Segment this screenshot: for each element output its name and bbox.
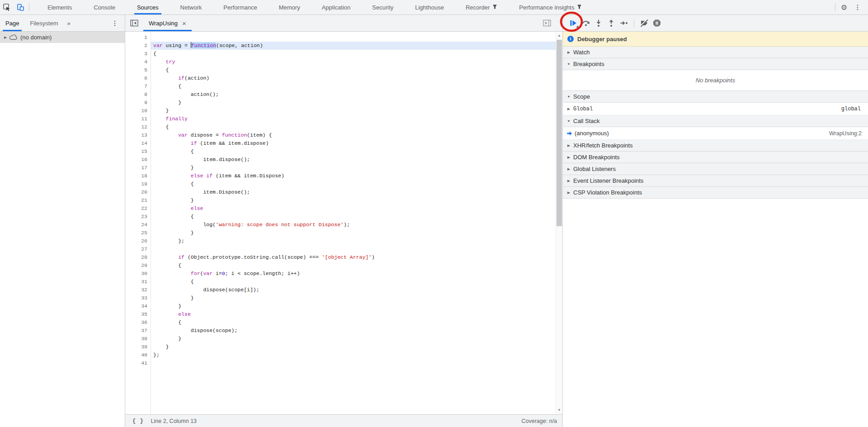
code-line-22[interactable]: else: [151, 204, 556, 213]
settings-gear-icon[interactable]: ⚙: [837, 0, 851, 14]
line-number[interactable]: 1: [125, 33, 151, 42]
code-line-36[interactable]: {: [151, 318, 556, 327]
scope-entry-global[interactable]: ▶Globalglobal: [563, 103, 868, 115]
line-number-gutter[interactable]: 1234567891011121314151617181920212223242…: [125, 32, 151, 414]
line-number[interactable]: 38: [125, 335, 151, 343]
code-line-15[interactable]: {: [151, 147, 556, 156]
chevron-down-icon[interactable]: ▼: [565, 95, 572, 98]
code-line-31[interactable]: {: [151, 278, 556, 286]
navigator-overflow-chevron[interactable]: »: [64, 20, 74, 27]
code-content[interactable]: var using = function(scope, action){ try…: [151, 32, 556, 414]
chevron-right-icon[interactable]: ▶: [565, 167, 572, 171]
inspect-element-icon[interactable]: [0, 0, 14, 14]
line-number[interactable]: 3: [125, 50, 151, 58]
line-number[interactable]: 22: [125, 204, 151, 213]
code-line-1[interactable]: [151, 33, 556, 42]
section-dom-breakpoints[interactable]: ▶DOM Breakpoints: [563, 152, 868, 163]
tab-network[interactable]: Network: [170, 0, 213, 14]
line-number[interactable]: 2: [125, 42, 151, 50]
more-options-icon[interactable]: ⋮: [851, 0, 864, 14]
code-line-8[interactable]: action();: [151, 90, 556, 99]
code-line-2[interactable]: var using = function(scope, action): [151, 42, 556, 50]
code-line-3[interactable]: {: [151, 50, 556, 58]
deactivate-breakpoints-icon[interactable]: [638, 17, 651, 29]
chevron-right-icon[interactable]: ▶: [2, 35, 9, 39]
line-number[interactable]: 18: [125, 172, 151, 180]
line-number[interactable]: 9: [125, 99, 151, 107]
code-line-25[interactable]: }: [151, 229, 556, 237]
line-number[interactable]: 37: [125, 327, 151, 335]
close-icon[interactable]: ×: [182, 20, 186, 27]
section-breakpoints[interactable]: ▼Breakpoints: [563, 58, 868, 70]
code-line-7[interactable]: {: [151, 82, 556, 90]
tab-security[interactable]: Security: [361, 0, 404, 14]
code-line-11[interactable]: finally: [151, 115, 556, 123]
code-line-12[interactable]: {: [151, 123, 556, 131]
code-line-6[interactable]: if(action): [151, 74, 556, 82]
step-into-icon[interactable]: [592, 17, 605, 29]
chevron-right-icon[interactable]: ▶: [565, 107, 572, 110]
tab-sources[interactable]: Sources: [126, 0, 170, 14]
code-line-26[interactable]: };: [151, 237, 556, 245]
line-number[interactable]: 14: [125, 139, 151, 147]
device-toolbar-icon[interactable]: [14, 0, 27, 14]
section-watch[interactable]: ▶Watch: [563, 47, 868, 58]
scroll-down-icon[interactable]: ▼: [556, 406, 562, 413]
call-stack-frame[interactable]: (anonymous)WrapUsing:2: [563, 127, 868, 140]
line-number[interactable]: 25: [125, 229, 151, 237]
step-icon[interactable]: [618, 17, 630, 29]
code-line-28[interactable]: if (Object.prototype.toString.call(scope…: [151, 253, 556, 261]
chevron-down-icon[interactable]: ▼: [565, 62, 572, 66]
tab-memory[interactable]: Memory: [268, 0, 311, 14]
line-number[interactable]: 32: [125, 286, 151, 294]
source-editor[interactable]: 1234567891011121314151617181920212223242…: [125, 32, 562, 414]
code-line-27[interactable]: [151, 245, 556, 253]
line-number[interactable]: 5: [125, 66, 151, 74]
line-number[interactable]: 6: [125, 74, 151, 82]
line-number[interactable]: 24: [125, 221, 151, 229]
section-scope[interactable]: ▼Scope: [563, 91, 868, 103]
line-number[interactable]: 41: [125, 359, 151, 367]
chevron-right-icon[interactable]: ▶: [565, 190, 572, 194]
navigator-tab-page[interactable]: Page: [0, 15, 24, 31]
source-tab-wrapusing[interactable]: WrapUsing×: [143, 15, 192, 31]
section-xhr-fetch-breakpoints[interactable]: ▶XHR/fetch Breakpoints: [563, 140, 868, 152]
editor-scrollbar[interactable]: ▲ ▼: [556, 32, 562, 414]
line-number[interactable]: 17: [125, 164, 151, 172]
navigator-more-icon[interactable]: ⋮: [105, 19, 125, 27]
line-number[interactable]: 4: [125, 58, 151, 66]
line-number[interactable]: 20: [125, 188, 151, 196]
line-number[interactable]: 35: [125, 310, 151, 318]
code-line-30[interactable]: for(var i=0; i < scope.length; i++): [151, 270, 556, 278]
code-line-39[interactable]: }: [151, 343, 556, 351]
tab-recorder[interactable]: Recorder: [455, 0, 508, 14]
line-number[interactable]: 19: [125, 180, 151, 188]
section-csp-violation-breakpoints[interactable]: ▶CSP Violation Breakpoints: [563, 187, 868, 199]
scrollbar-thumb[interactable]: [557, 40, 562, 226]
chevron-down-icon[interactable]: ▼: [565, 119, 572, 123]
line-number[interactable]: 8: [125, 90, 151, 99]
code-line-32[interactable]: dispose(scope[i]);: [151, 286, 556, 294]
code-line-20[interactable]: item.Dispose();: [151, 188, 556, 196]
hide-navigator-icon[interactable]: [129, 18, 140, 28]
line-number[interactable]: 34: [125, 302, 151, 310]
chevron-right-icon[interactable]: ▶: [565, 50, 572, 54]
tab-performance-insights[interactable]: Performance insights: [508, 0, 593, 14]
tab-performance[interactable]: Performance: [212, 0, 268, 14]
line-number[interactable]: 28: [125, 253, 151, 261]
tab-application[interactable]: Application: [311, 0, 362, 14]
line-number[interactable]: 23: [125, 213, 151, 221]
code-line-18[interactable]: else if (item && item.Dispose): [151, 172, 556, 180]
tree-item--no-domain-[interactable]: ▶(no domain): [0, 32, 125, 43]
line-number[interactable]: 33: [125, 294, 151, 302]
code-line-13[interactable]: var dispose = function(item) {: [151, 131, 556, 139]
code-line-41[interactable]: [151, 359, 556, 367]
code-line-14[interactable]: if (item && item.dispose): [151, 139, 556, 147]
line-number[interactable]: 29: [125, 261, 151, 270]
code-line-37[interactable]: dispose(scope);: [151, 327, 556, 335]
line-number[interactable]: 39: [125, 343, 151, 351]
chevron-right-icon[interactable]: ▶: [565, 155, 572, 159]
code-line-19[interactable]: {: [151, 180, 556, 188]
line-number[interactable]: 7: [125, 82, 151, 90]
navigator-tab-filesystem[interactable]: Filesystem: [24, 15, 63, 31]
